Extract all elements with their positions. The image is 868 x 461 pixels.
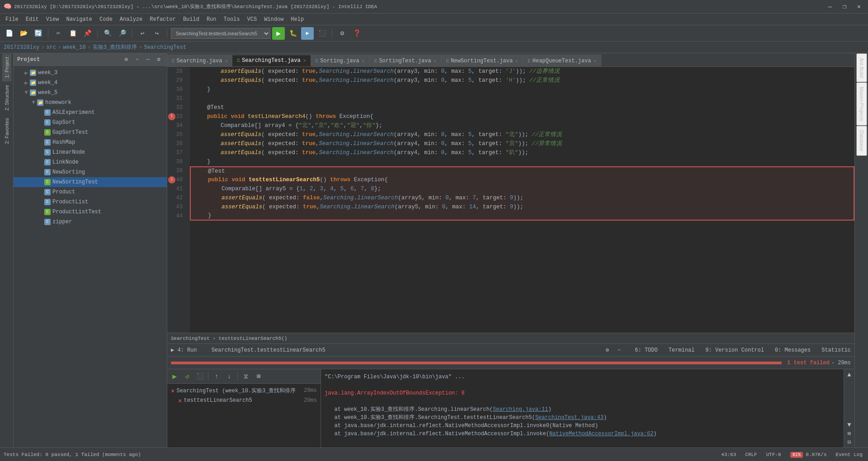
- tree-item-week3[interactable]: ▶ 📁 week_3: [14, 68, 167, 78]
- code-line-42[interactable]: assertEquals( expected: false,Searching.…: [190, 193, 854, 202]
- close-button[interactable]: ✕: [854, 1, 864, 12]
- stack-link-searching[interactable]: Searching.java:11: [493, 406, 548, 413]
- tree-item-gapsort[interactable]: C GapSort: [14, 118, 167, 127]
- menu-navigate[interactable]: Navigate: [62, 15, 96, 24]
- code-line-31[interactable]: [190, 94, 854, 103]
- code-line-33[interactable]: public void testLinearSearch4() throws E…: [190, 112, 854, 121]
- tab-sorting-java[interactable]: C Sorting.java ✕: [311, 55, 370, 66]
- statistic-tab[interactable]: Statistic: [821, 347, 851, 353]
- version-control-tab[interactable]: 9: Version Control: [705, 347, 764, 353]
- code-line-35[interactable]: assertEquals( expected: true,Searching.l…: [190, 130, 854, 139]
- open-button[interactable]: 📂: [17, 27, 30, 40]
- maximize-button[interactable]: ❐: [839, 1, 850, 12]
- sidebar-tab-ant[interactable]: Ant Build: [856, 53, 867, 82]
- breadcrumb-file[interactable]: SearchingTest: [144, 44, 186, 51]
- menu-tools[interactable]: Tools: [220, 15, 244, 24]
- menu-code[interactable]: Code: [96, 15, 116, 24]
- sidebar-tab-favorites[interactable]: 2: Favorites: [2, 114, 11, 147]
- coverage-button[interactable]: ▶: [301, 27, 314, 40]
- run-output[interactable]: "C:\Program Files\Java\jdk-10\bin\java" …: [321, 369, 844, 447]
- tab-close-sortingtest[interactable]: ✕: [434, 58, 437, 64]
- tree-item-productlisttest[interactable]: C ProductListTest: [14, 207, 167, 217]
- tab-newsortingtest-java[interactable]: C NewSortingTest.java ✕: [442, 55, 523, 66]
- copy-button[interactable]: 📋: [66, 27, 79, 40]
- code-line-43[interactable]: assertEquals( expected: true,Searching.l…: [190, 202, 854, 212]
- tab-searchingtest-java[interactable]: C SearchingTest.java ✕: [232, 55, 311, 66]
- tree-item-hashmap[interactable]: C HashMap: [14, 137, 167, 147]
- code-line-36[interactable]: assertEquals( expected: true,Searching.l…: [190, 139, 854, 148]
- tree-item-zipper[interactable]: C zipper: [14, 217, 167, 227]
- run-tree-testmethod[interactable]: ✕ testtestLinearSearch5 20ms: [167, 395, 321, 405]
- menu-refactor[interactable]: Refactor: [146, 15, 179, 24]
- tree-item-asl[interactable]: C ASLExperiment: [14, 108, 167, 118]
- tab-close-heapqueuetest[interactable]: ✕: [594, 58, 596, 64]
- menu-build[interactable]: Build: [179, 15, 203, 24]
- scroll-down-icon[interactable]: ▼: [847, 421, 851, 428]
- code-content[interactable]: assertEquals( expected: true,Searching.l…: [190, 67, 854, 333]
- code-line-41[interactable]: Comparable[] array5 = {1, 2, 3, 4, 5, 6,…: [190, 184, 854, 193]
- find-button[interactable]: 🔍: [101, 27, 114, 40]
- breadcrumb-src[interactable]: src: [46, 44, 56, 51]
- run-expand-btn[interactable]: ⊞: [253, 371, 264, 382]
- tree-item-newsortingtest[interactable]: C NewSortingTest: [14, 177, 167, 187]
- breadcrumb-root[interactable]: 20172328lxy: [4, 44, 39, 51]
- menu-window[interactable]: Window: [260, 15, 287, 24]
- run-stop-btn[interactable]: ⬛: [194, 371, 205, 382]
- sync-button[interactable]: 🔄: [32, 27, 44, 40]
- help-button[interactable]: ❓: [350, 27, 363, 40]
- tab-close-sorting[interactable]: ✕: [362, 58, 365, 64]
- tree-item-homework[interactable]: ▼ 📁 homework: [14, 98, 167, 108]
- code-line-39[interactable]: @Test: [190, 166, 854, 175]
- undo-button[interactable]: ↩: [136, 27, 149, 40]
- code-line-34[interactable]: Comparable[] array4 = {"北","京","欢","迎","…: [190, 121, 854, 130]
- tree-item-week4[interactable]: ▶ 📁 week_4: [14, 78, 167, 88]
- code-line-29[interactable]: assertEquals( expected: true,Searching.l…: [190, 76, 854, 85]
- status-memory[interactable]: 81% 0.07K/s: [788, 451, 829, 458]
- tree-item-linknode[interactable]: C LinkNode: [14, 157, 167, 167]
- panel-gear-icon[interactable]: ⚙: [154, 55, 163, 64]
- tree-item-newsorting[interactable]: C NewSorting: [14, 167, 167, 177]
- tab-close-searchingtest[interactable]: ✕: [303, 58, 306, 63]
- cut-button[interactable]: ✂: [52, 27, 65, 40]
- menu-vcs[interactable]: VCS: [244, 15, 261, 24]
- code-line-30[interactable]: }: [190, 85, 854, 94]
- scroll-up-icon[interactable]: ▲: [847, 371, 851, 378]
- sidebar-tab-database[interactable]: Database: [856, 126, 867, 156]
- redo-button[interactable]: ↪: [151, 27, 163, 40]
- panel-expand-icon[interactable]: ↔: [143, 55, 152, 64]
- minimize-button[interactable]: —: [825, 1, 835, 12]
- status-charset[interactable]: UTF-8: [764, 451, 783, 458]
- replace-button[interactable]: 🔎: [116, 27, 128, 40]
- panel-settings-icon[interactable]: ⚙: [122, 55, 131, 64]
- breadcrumb-week10[interactable]: week_10: [63, 44, 85, 51]
- run-hide-icon[interactable]: −: [614, 345, 624, 355]
- terminal-tab[interactable]: Terminal: [669, 347, 695, 353]
- stop-button[interactable]: ⬛: [316, 27, 328, 40]
- tab-sortingtest-java[interactable]: C SortingTest.java ✕: [370, 55, 442, 66]
- stack-link-nativemethod[interactable]: NativeMethodAccessorImpl.java:62: [549, 431, 653, 437]
- run-sort-desc-btn[interactable]: ↓: [224, 371, 235, 382]
- breadcrumb-lab3[interactable]: 实验3_查找和排序: [93, 43, 137, 51]
- new-file-button[interactable]: 📄: [3, 27, 15, 40]
- run-config-select[interactable]: SearchingTest.testtestLinearSearch5: [171, 28, 270, 39]
- tree-item-linearnode[interactable]: C LinearNode: [14, 147, 167, 157]
- event-log-btn[interactable]: Event Log: [834, 451, 864, 458]
- sidebar-tab-project[interactable]: 1: Project: [2, 53, 11, 81]
- status-crlf[interactable]: CRLF: [743, 451, 759, 458]
- tab-searching-java[interactable]: C Searching.java ✕: [167, 55, 232, 66]
- menu-run[interactable]: Run: [203, 15, 220, 24]
- run-filter-btn[interactable]: ⧖: [241, 371, 251, 382]
- sidebar-tab-maven[interactable]: Maven Projects: [856, 82, 867, 126]
- panel-collapse-icon[interactable]: −: [132, 55, 142, 64]
- toggle-week3[interactable]: ▶: [23, 70, 30, 76]
- tab-close-searching[interactable]: ✕: [225, 58, 227, 64]
- menu-edit[interactable]: Edit: [22, 15, 42, 24]
- code-line-44[interactable]: }: [190, 212, 854, 221]
- status-position[interactable]: 43:63: [719, 451, 738, 458]
- toggle-week5[interactable]: ▼: [23, 89, 30, 96]
- code-line-40[interactable]: public void testtestLinearSearch5() thro…: [190, 175, 854, 184]
- code-line-37[interactable]: assertEquals( expected: true,Searching.l…: [190, 148, 854, 157]
- paste-button[interactable]: 📌: [81, 27, 94, 40]
- tree-item-product[interactable]: C Product: [14, 187, 167, 197]
- tab-heapqueuetest-java[interactable]: C HeapQueueTest.java ✕: [523, 55, 601, 66]
